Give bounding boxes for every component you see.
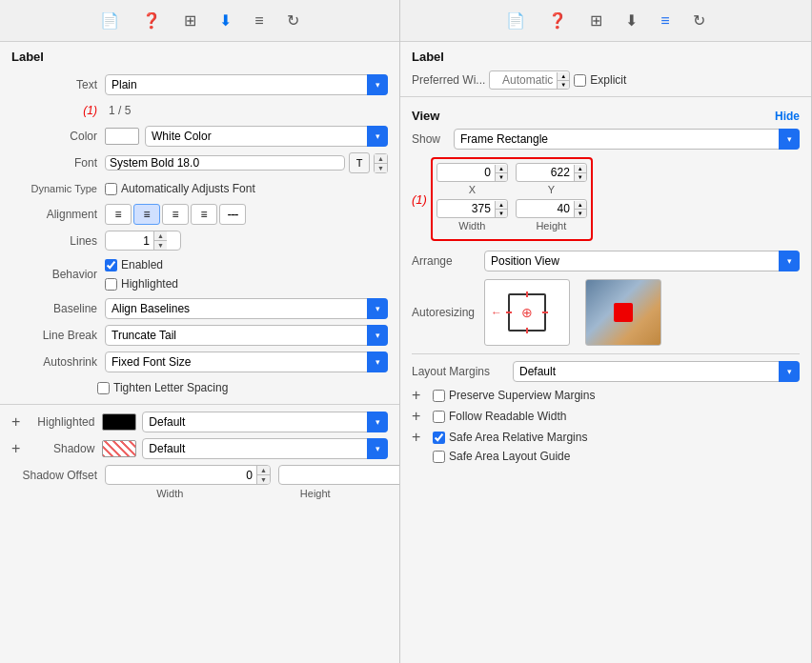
width-down[interactable]: ▼ [496,210,507,217]
frame-badge: (1) [412,192,427,207]
x-input[interactable] [437,164,495,181]
enabled-checkbox[interactable] [105,259,117,271]
explicit-checkbox[interactable] [574,74,586,87]
preferred-wi-up[interactable]: ▲ [558,72,569,81]
y-field-group: ▲ ▼ Y [516,163,587,195]
lines-up[interactable]: ▲ [154,231,167,241]
lines-input[interactable] [106,234,153,248]
safe-area-checkbox[interactable] [433,432,445,444]
height-up[interactable]: ▲ [575,201,586,210]
crosshair-symbol: ⊕ [521,305,533,320]
follow-checkbox[interactable] [433,411,445,423]
r-file-icon[interactable]: 📄 [502,10,529,31]
font-type-icon[interactable]: T [349,152,370,173]
line-break-row: Line Break Truncate Tail ▾ [0,322,399,349]
fraction-value: 1 / 5 [109,104,131,117]
preserve-plus[interactable]: + [412,387,429,404]
enabled-row: Enabled [105,256,178,273]
x-up[interactable]: ▲ [496,165,507,173]
y-down[interactable]: ▼ [575,173,586,181]
down-icon[interactable]: ⬇ [215,10,235,31]
show-row: Show Frame Rectangle ▾ [412,125,800,151]
baseline-select-wrapper: Align Baselines ▾ [105,298,388,319]
right-section-title: Label [400,42,811,68]
r-help-icon[interactable]: ❓ [544,10,571,31]
handle-bottom [526,328,528,333]
dynamic-type-label: Dynamic Type [11,183,97,194]
layout-margins-select-wrapper: Default ▾ [513,361,800,382]
shadow-width-down[interactable]: ▼ [257,475,270,484]
align-center-btn[interactable]: ≡ [133,204,160,225]
follow-plus[interactable]: + [412,408,429,425]
baseline-select[interactable]: Align Baselines [105,298,388,319]
layout-margins-select[interactable]: Default [513,361,800,382]
list-icon[interactable]: ≡ [251,10,267,31]
text-select[interactable]: Plain [105,74,388,95]
view-title: View [412,109,439,123]
lines-down[interactable]: ▼ [154,241,167,250]
preferred-wi-input[interactable] [490,71,557,89]
preferred-wi-down[interactable]: ▼ [558,81,569,89]
tighten-checkbox[interactable] [97,382,110,394]
font-label: Font [11,156,97,170]
align-justify-btn[interactable]: ≡ [191,204,217,225]
arrange-select[interactable]: Position View [484,251,800,271]
help-icon[interactable]: ❓ [138,10,165,31]
safe-area-plus[interactable]: + [412,429,429,446]
frame-select[interactable]: Frame Rectangle [454,129,800,150]
autoshrink-select[interactable]: Fixed Font Size [105,352,388,372]
height-label: Height [536,220,566,231]
preview-thumb [585,279,661,346]
height-input[interactable] [517,200,574,217]
shadow-plus[interactable]: + [11,440,20,457]
arrange-label: Arrange [412,254,478,268]
handle-top [526,291,528,297]
font-stepper-down[interactable]: ▼ [375,164,387,172]
preferred-wi-stepper: ▲ ▼ [557,72,569,89]
r-list-icon[interactable]: ≡ [657,10,673,31]
y-input[interactable] [517,164,574,181]
width-input[interactable] [437,200,495,217]
align-left-btn[interactable]: ≡ [105,204,132,225]
align-right-btn[interactable]: ≡ [162,204,189,225]
font-stepper-up[interactable]: ▲ [375,154,387,164]
width-stepper: ▲ ▼ [495,201,507,217]
r-down-icon[interactable]: ⬇ [621,10,641,31]
shadow-select[interactable]: Default [142,438,388,459]
grid-icon[interactable]: ⊞ [180,10,200,31]
autoresizing-widget[interactable]: ← ⊕ [484,279,570,346]
highlighted-color-select[interactable]: Default [142,412,388,432]
left-form-body: Text Plain ▾ (1) 1 / 5 Color White Color [0,68,399,663]
left-toolbar: 📄 ❓ ⊞ ⬇ ≡ ↻ [0,0,399,42]
refresh-icon[interactable]: ↻ [283,10,303,31]
line-break-select[interactable]: Truncate Tail [105,325,388,346]
color-select[interactable]: White Color [145,126,388,147]
autoresizing-widgets: ← ⊕ [484,279,661,346]
align-none-btn[interactable]: --- [219,204,246,225]
width-up[interactable]: ▲ [496,201,507,210]
safe-area-row: + Safe Area Relative Margins [412,427,800,448]
highlighted-swatch[interactable] [102,413,136,431]
highlighted-plus[interactable]: + [11,413,20,431]
safe-area-label: Safe Area Relative Margins [449,431,587,444]
highlighted-checkbox[interactable] [105,278,117,291]
height-down[interactable]: ▼ [575,210,586,217]
r-grid-icon[interactable]: ⊞ [586,10,606,31]
preserve-checkbox[interactable] [433,390,445,402]
right-panel: 📄 ❓ ⊞ ⬇ ≡ ↻ Label Preferred Wi... ▲ ▼ Ex… [400,0,812,663]
file-icon[interactable]: 📄 [96,10,123,31]
shadow-width-up[interactable]: ▲ [257,466,270,475]
autoshrink-select-wrapper: Fixed Font Size ▾ [105,352,388,372]
shadow-width-input[interactable] [106,469,256,482]
shadow-height-input[interactable] [279,469,399,482]
dynamic-type-checkbox[interactable] [105,183,117,195]
color-swatch[interactable] [105,128,139,145]
hide-link[interactable]: Hide [775,110,800,123]
y-up[interactable]: ▲ [575,165,586,173]
r-refresh-icon[interactable]: ↻ [689,10,709,31]
x-down[interactable]: ▼ [496,173,507,181]
shadow-swatch[interactable] [102,440,136,457]
shadow-label: Shadow [24,442,94,455]
font-input[interactable] [106,156,344,170]
safe-layout-checkbox[interactable] [433,451,445,463]
